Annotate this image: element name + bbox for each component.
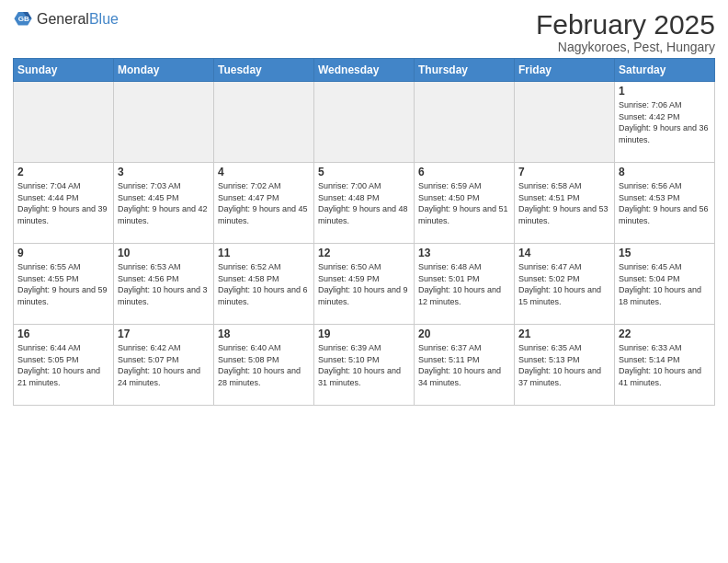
day-number: 13 <box>418 247 510 259</box>
calendar-header-row: SundayMondayTuesdayWednesdayThursdayFrid… <box>14 59 715 82</box>
logo: GB GeneralBlue <box>13 9 119 29</box>
day-number: 6 <box>418 166 510 178</box>
logo-text: GeneralBlue <box>37 11 119 28</box>
day-info: Sunrise: 6:35 AM Sunset: 5:13 PM Dayligh… <box>518 342 610 388</box>
day-info: Sunrise: 6:59 AM Sunset: 4:50 PM Dayligh… <box>418 180 510 226</box>
col-header-monday: Monday <box>114 59 214 82</box>
day-info: Sunrise: 6:50 AM Sunset: 4:59 PM Dayligh… <box>318 261 410 307</box>
day-info: Sunrise: 6:53 AM Sunset: 4:56 PM Dayligh… <box>118 261 210 307</box>
calendar-cell: 4Sunrise: 7:02 AM Sunset: 4:47 PM Daylig… <box>214 163 314 244</box>
header: GB GeneralBlue February 2025 Nagykoroes,… <box>13 9 715 54</box>
col-header-sunday: Sunday <box>14 59 114 82</box>
calendar-cell <box>314 82 415 163</box>
day-info: Sunrise: 7:04 AM Sunset: 4:44 PM Dayligh… <box>17 180 109 226</box>
day-number: 11 <box>218 247 310 259</box>
calendar-cell: 3Sunrise: 7:03 AM Sunset: 4:45 PM Daylig… <box>114 163 214 244</box>
day-info: Sunrise: 6:42 AM Sunset: 5:07 PM Dayligh… <box>118 342 210 388</box>
calendar-cell: 10Sunrise: 6:53 AM Sunset: 4:56 PM Dayli… <box>114 244 214 325</box>
calendar-cell: 2Sunrise: 7:04 AM Sunset: 4:44 PM Daylig… <box>14 163 114 244</box>
day-number: 18 <box>218 327 310 340</box>
day-number: 17 <box>118 327 210 340</box>
calendar-cell: 17Sunrise: 6:42 AM Sunset: 5:07 PM Dayli… <box>114 325 214 406</box>
calendar-cell <box>14 82 114 163</box>
calendar-cell: 13Sunrise: 6:48 AM Sunset: 5:01 PM Dayli… <box>415 244 515 325</box>
day-info: Sunrise: 6:45 AM Sunset: 5:04 PM Dayligh… <box>619 261 711 307</box>
day-number: 14 <box>518 247 610 259</box>
day-info: Sunrise: 6:48 AM Sunset: 5:01 PM Dayligh… <box>418 261 510 307</box>
day-info: Sunrise: 7:06 AM Sunset: 4:42 PM Dayligh… <box>619 99 711 145</box>
logo-icon: GB <box>13 9 33 29</box>
calendar-cell: 21Sunrise: 6:35 AM Sunset: 5:13 PM Dayli… <box>515 325 615 406</box>
calendar-table: SundayMondayTuesdayWednesdayThursdayFrid… <box>13 58 715 406</box>
day-info: Sunrise: 6:44 AM Sunset: 5:05 PM Dayligh… <box>17 342 109 388</box>
day-number: 9 <box>17 247 109 259</box>
day-number: 10 <box>118 247 210 259</box>
svg-text:GB: GB <box>18 15 29 23</box>
day-number: 3 <box>118 166 210 178</box>
day-number: 12 <box>318 247 410 259</box>
day-number: 20 <box>418 327 510 340</box>
calendar-cell: 8Sunrise: 6:56 AM Sunset: 4:53 PM Daylig… <box>615 163 715 244</box>
calendar-cell: 19Sunrise: 6:39 AM Sunset: 5:10 PM Dayli… <box>314 325 415 406</box>
day-info: Sunrise: 6:39 AM Sunset: 5:10 PM Dayligh… <box>318 342 410 388</box>
day-info: Sunrise: 7:02 AM Sunset: 4:47 PM Dayligh… <box>218 180 310 226</box>
day-info: Sunrise: 6:33 AM Sunset: 5:14 PM Dayligh… <box>619 342 711 388</box>
logo-blue: Blue <box>89 11 119 28</box>
calendar-cell <box>415 82 515 163</box>
day-number: 22 <box>619 327 711 340</box>
day-number: 4 <box>218 166 310 178</box>
calendar-week-1: 1Sunrise: 7:06 AM Sunset: 4:42 PM Daylig… <box>14 82 715 163</box>
day-number: 7 <box>518 166 610 178</box>
day-info: Sunrise: 6:52 AM Sunset: 4:58 PM Dayligh… <box>218 261 310 307</box>
calendar-cell <box>114 82 214 163</box>
col-header-wednesday: Wednesday <box>314 59 415 82</box>
calendar-cell: 16Sunrise: 6:44 AM Sunset: 5:05 PM Dayli… <box>14 325 114 406</box>
day-info: Sunrise: 7:00 AM Sunset: 4:48 PM Dayligh… <box>318 180 410 226</box>
calendar-cell <box>515 82 615 163</box>
calendar-cell: 9Sunrise: 6:55 AM Sunset: 4:55 PM Daylig… <box>14 244 114 325</box>
title-block: February 2025 Nagykoroes, Pest, Hungary <box>536 9 715 54</box>
calendar-week-4: 16Sunrise: 6:44 AM Sunset: 5:05 PM Dayli… <box>14 325 715 406</box>
day-info: Sunrise: 6:58 AM Sunset: 4:51 PM Dayligh… <box>518 180 610 226</box>
day-number: 2 <box>17 166 109 178</box>
day-number: 21 <box>518 327 610 340</box>
calendar-week-3: 9Sunrise: 6:55 AM Sunset: 4:55 PM Daylig… <box>14 244 715 325</box>
day-number: 5 <box>318 166 410 178</box>
day-number: 8 <box>619 166 711 178</box>
day-number: 15 <box>619 247 711 259</box>
calendar-cell: 15Sunrise: 6:45 AM Sunset: 5:04 PM Dayli… <box>615 244 715 325</box>
day-info: Sunrise: 6:56 AM Sunset: 4:53 PM Dayligh… <box>619 180 711 226</box>
day-number: 16 <box>17 327 109 340</box>
calendar-cell: 12Sunrise: 6:50 AM Sunset: 4:59 PM Dayli… <box>314 244 415 325</box>
calendar-cell: 7Sunrise: 6:58 AM Sunset: 4:51 PM Daylig… <box>515 163 615 244</box>
col-header-tuesday: Tuesday <box>214 59 314 82</box>
col-header-saturday: Saturday <box>615 59 715 82</box>
day-number: 19 <box>318 327 410 340</box>
calendar-cell: 6Sunrise: 6:59 AM Sunset: 4:50 PM Daylig… <box>415 163 515 244</box>
day-number: 1 <box>619 85 711 98</box>
calendar-cell: 1Sunrise: 7:06 AM Sunset: 4:42 PM Daylig… <box>615 82 715 163</box>
day-info: Sunrise: 6:40 AM Sunset: 5:08 PM Dayligh… <box>218 342 310 388</box>
calendar-cell: 18Sunrise: 6:40 AM Sunset: 5:08 PM Dayli… <box>214 325 314 406</box>
calendar-cell: 11Sunrise: 6:52 AM Sunset: 4:58 PM Dayli… <box>214 244 314 325</box>
day-info: Sunrise: 6:37 AM Sunset: 5:11 PM Dayligh… <box>418 342 510 388</box>
col-header-friday: Friday <box>515 59 615 82</box>
calendar-cell: 22Sunrise: 6:33 AM Sunset: 5:14 PM Dayli… <box>615 325 715 406</box>
calendar-cell: 20Sunrise: 6:37 AM Sunset: 5:11 PM Dayli… <box>415 325 515 406</box>
calendar-week-2: 2Sunrise: 7:04 AM Sunset: 4:44 PM Daylig… <box>14 163 715 244</box>
calendar-cell: 5Sunrise: 7:00 AM Sunset: 4:48 PM Daylig… <box>314 163 415 244</box>
calendar-cell: 14Sunrise: 6:47 AM Sunset: 5:02 PM Dayli… <box>515 244 615 325</box>
logo-general: General <box>37 11 89 28</box>
calendar-cell <box>214 82 314 163</box>
day-info: Sunrise: 7:03 AM Sunset: 4:45 PM Dayligh… <box>118 180 210 226</box>
month-title: February 2025 <box>536 9 715 40</box>
day-info: Sunrise: 6:47 AM Sunset: 5:02 PM Dayligh… <box>518 261 610 307</box>
col-header-thursday: Thursday <box>415 59 515 82</box>
day-info: Sunrise: 6:55 AM Sunset: 4:55 PM Dayligh… <box>17 261 109 307</box>
location: Nagykoroes, Pest, Hungary <box>536 40 715 54</box>
main-container: GB GeneralBlue February 2025 Nagykoroes,… <box>0 0 728 411</box>
